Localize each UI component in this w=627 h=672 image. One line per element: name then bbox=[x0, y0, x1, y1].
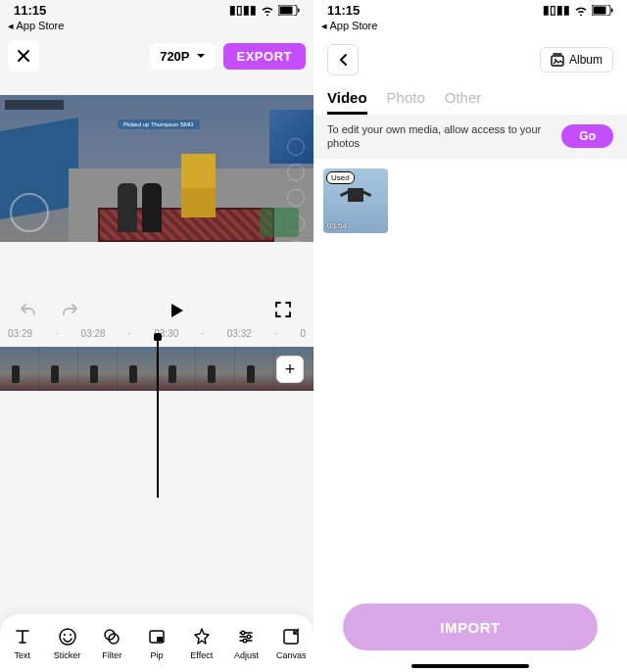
album-button[interactable]: Album bbox=[540, 47, 613, 72]
playback-controls bbox=[0, 301, 314, 328]
effect-icon bbox=[191, 626, 213, 648]
used-badge: Used bbox=[326, 171, 355, 184]
svg-rect-15 bbox=[594, 6, 606, 14]
text-icon bbox=[12, 626, 33, 648]
undo-button[interactable] bbox=[20, 301, 39, 320]
editor-panel: 11:15 ▮▯▮▮ ◂ App Store 720P EXPORT bbox=[0, 0, 314, 672]
svg-point-12 bbox=[244, 639, 248, 643]
chevron-down-icon bbox=[196, 53, 206, 59]
tool-filter[interactable]: Filter bbox=[89, 626, 134, 660]
export-button[interactable]: EXPORT bbox=[223, 43, 306, 70]
svg-rect-17 bbox=[552, 56, 563, 66]
picker-panel: 11:15 ▮▯▮▮ ◂ App Store Album Video Photo… bbox=[314, 0, 627, 672]
media-grid: Used 03:54 bbox=[314, 159, 627, 243]
pickup-banner: Picked up Thompson SMG bbox=[118, 120, 200, 129]
filter-icon bbox=[101, 626, 122, 648]
close-button[interactable] bbox=[8, 40, 39, 72]
breadcrumb[interactable]: ◂ App Store bbox=[0, 20, 314, 36]
tab-video[interactable]: Video bbox=[327, 89, 367, 115]
canvas-icon bbox=[280, 626, 302, 648]
play-button[interactable] bbox=[167, 301, 186, 320]
tool-text[interactable]: Text bbox=[0, 626, 45, 660]
battery-icon bbox=[592, 5, 613, 16]
back-button[interactable] bbox=[327, 44, 359, 75]
status-time: 11:15 bbox=[14, 3, 46, 18]
media-item[interactable]: Used 03:54 bbox=[323, 168, 388, 233]
svg-point-4 bbox=[64, 634, 66, 636]
pip-icon bbox=[146, 626, 168, 648]
add-clip-button[interactable]: + bbox=[276, 356, 304, 383]
redo-button[interactable] bbox=[59, 301, 78, 320]
permission-bar: To edit your own media, allow access to … bbox=[314, 115, 627, 159]
tool-adjust[interactable]: Adjust bbox=[224, 626, 269, 660]
video-preview[interactable]: Picked up Thompson SMG bbox=[0, 95, 314, 242]
breadcrumb[interactable]: ◂ App Store bbox=[314, 20, 627, 36]
svg-point-10 bbox=[242, 631, 246, 635]
svg-point-5 bbox=[70, 634, 72, 636]
picker-top-row: Album bbox=[314, 36, 627, 83]
svg-point-11 bbox=[248, 635, 252, 639]
wifi-icon bbox=[574, 5, 588, 16]
media-tabs: Video Photo Other bbox=[314, 83, 627, 115]
editor-top-row: 720P EXPORT bbox=[0, 36, 314, 75]
status-time: 11:15 bbox=[327, 3, 360, 18]
adjust-icon bbox=[235, 626, 257, 648]
status-icons: ▮▯▮▮ bbox=[543, 3, 613, 17]
svg-rect-9 bbox=[157, 637, 163, 642]
signal-icon: ▮▯▮▮ bbox=[229, 3, 257, 17]
sticker-icon bbox=[57, 626, 78, 648]
media-duration: 03:54 bbox=[327, 221, 347, 230]
playhead[interactable] bbox=[157, 337, 159, 498]
status-bar: 11:15 ▮▯▮▮ bbox=[314, 0, 627, 20]
permission-message: To edit your own media, allow access to … bbox=[327, 122, 552, 151]
quality-label: 720P bbox=[160, 49, 189, 64]
tool-sticker[interactable]: Sticker bbox=[45, 626, 90, 660]
battery-icon bbox=[278, 5, 300, 16]
album-icon bbox=[551, 53, 564, 67]
svg-rect-16 bbox=[611, 8, 613, 12]
wifi-icon bbox=[261, 5, 274, 16]
tool-effect[interactable]: Effect bbox=[179, 626, 224, 660]
status-bar: 11:15 ▮▯▮▮ bbox=[0, 0, 314, 20]
tool-pip[interactable]: Pip bbox=[134, 626, 179, 660]
svg-rect-2 bbox=[298, 8, 300, 12]
tab-photo[interactable]: Photo bbox=[387, 89, 425, 115]
home-indicator[interactable] bbox=[411, 664, 529, 668]
svg-rect-1 bbox=[280, 6, 293, 14]
tool-canvas[interactable]: Canvas bbox=[268, 626, 314, 660]
fullscreen-button[interactable] bbox=[274, 301, 294, 320]
tool-toolbar: Text Sticker Filter Pip Effect Adjust Ca… bbox=[0, 613, 314, 672]
timeline[interactable]: + bbox=[0, 347, 314, 400]
tab-other[interactable]: Other bbox=[445, 89, 482, 115]
quality-button[interactable]: 720P bbox=[150, 43, 215, 70]
signal-icon: ▮▯▮▮ bbox=[543, 3, 570, 17]
import-button[interactable]: IMPORT bbox=[343, 603, 598, 650]
status-icons: ▮▯▮▮ bbox=[229, 3, 300, 17]
go-button[interactable]: Go bbox=[561, 124, 613, 148]
